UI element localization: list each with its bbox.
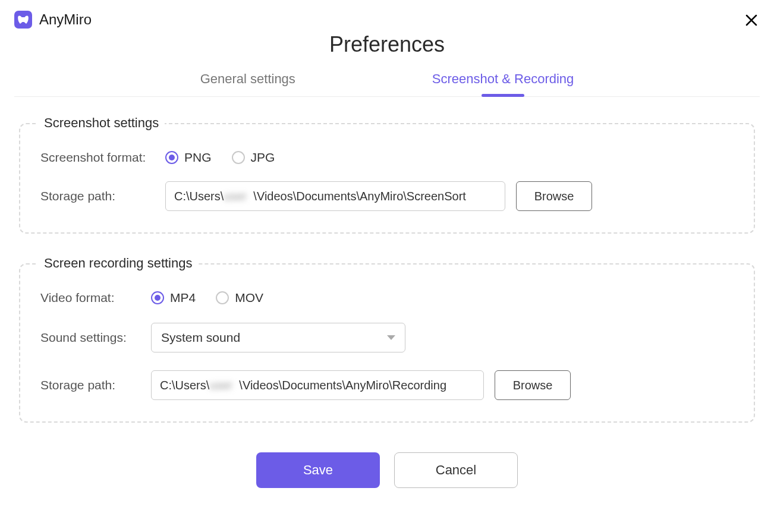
radio-icon: [165, 151, 178, 164]
app-name: AnyMiro: [39, 11, 92, 28]
path-suffix: \Videos\Documents\AnyMiro\Recording: [239, 379, 446, 392]
screenshot-format-options: PNG JPG: [165, 150, 275, 165]
header: AnyMiro Preferences General settings Scr…: [0, 0, 774, 97]
browse-recording-path-button[interactable]: Browse: [495, 370, 571, 400]
screenshot-path-label: Storage path:: [40, 189, 165, 203]
tab-general-settings[interactable]: General settings: [200, 71, 295, 96]
chevron-down-icon: [387, 335, 395, 340]
radio-png[interactable]: PNG: [165, 150, 212, 165]
close-icon: [745, 14, 757, 26]
screenshot-path-wrap: C:\Users\ user \Videos\Documents\AnyMiro…: [165, 181, 592, 211]
recording-path-input[interactable]: C:\Users\ user \Videos\Documents\AnyMiro…: [151, 370, 484, 400]
sound-settings-select[interactable]: System sound: [151, 323, 405, 352]
brand: AnyMiro: [14, 11, 760, 29]
path-suffix: \Videos\Documents\AnyMiro\ScreenSort: [253, 190, 466, 203]
video-format-row: Video format: MP4 MOV: [40, 291, 734, 305]
page-title: Preferences: [14, 32, 760, 57]
close-button[interactable]: [743, 12, 760, 29]
radio-icon: [232, 151, 245, 164]
radio-jpg[interactable]: JPG: [232, 150, 275, 165]
tab-screenshot-recording[interactable]: Screenshot & Recording: [432, 71, 574, 96]
sound-settings-row: Sound settings: System sound: [40, 323, 734, 352]
radio-icon: [216, 291, 229, 304]
tabs: General settings Screenshot & Recording: [14, 71, 760, 97]
browse-screenshot-path-button[interactable]: Browse: [516, 181, 592, 211]
radio-png-label: PNG: [184, 150, 212, 165]
screenshot-format-label: Screenshot format:: [40, 150, 165, 165]
radio-mp4-label: MP4: [170, 291, 196, 305]
video-format-label: Video format:: [40, 291, 151, 305]
screenshot-path-row: Storage path: C:\Users\ user \Videos\Doc…: [40, 181, 734, 211]
app-logo-icon: [14, 11, 32, 29]
screenshot-path-input[interactable]: C:\Users\ user \Videos\Documents\AnyMiro…: [165, 181, 505, 211]
screenshot-settings-group: Screenshot settings Screenshot format: P…: [19, 123, 755, 234]
screenshot-format-row: Screenshot format: PNG JPG: [40, 150, 734, 165]
recording-settings-group: Screen recording settings Video format: …: [19, 263, 755, 423]
content: Screenshot settings Screenshot format: P…: [0, 97, 774, 488]
sound-settings-value: System sound: [161, 330, 240, 345]
save-button[interactable]: Save: [256, 452, 380, 488]
path-user-redacted: user: [209, 379, 239, 392]
recording-path-wrap: C:\Users\ user \Videos\Documents\AnyMiro…: [151, 370, 571, 400]
recording-path-label: Storage path:: [40, 378, 151, 392]
cancel-button[interactable]: Cancel: [394, 452, 518, 488]
recording-settings-legend: Screen recording settings: [38, 256, 198, 271]
path-user-redacted: user: [224, 190, 253, 203]
path-prefix: C:\Users\: [160, 379, 209, 392]
screenshot-settings-legend: Screenshot settings: [38, 115, 165, 131]
radio-mov[interactable]: MOV: [216, 291, 263, 305]
video-format-options: MP4 MOV: [151, 291, 263, 305]
radio-jpg-label: JPG: [251, 150, 275, 165]
radio-icon: [151, 291, 164, 304]
footer-buttons: Save Cancel: [19, 452, 755, 488]
recording-path-row: Storage path: C:\Users\ user \Videos\Doc…: [40, 370, 734, 400]
sound-settings-label: Sound settings:: [40, 330, 151, 345]
radio-mov-label: MOV: [235, 291, 263, 305]
radio-mp4[interactable]: MP4: [151, 291, 196, 305]
path-prefix: C:\Users\: [174, 190, 224, 203]
